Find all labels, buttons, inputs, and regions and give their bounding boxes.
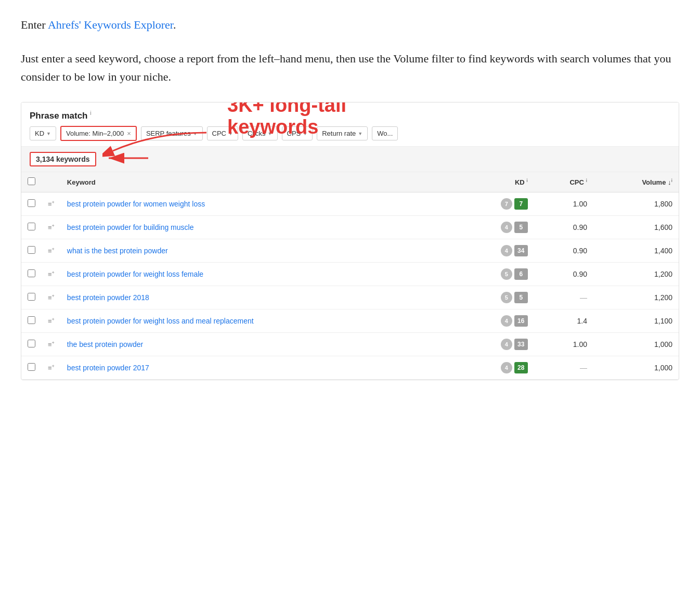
kd-badge: 34 bbox=[514, 245, 528, 256]
table-body: ≡+best protein powder for women weight l… bbox=[21, 192, 679, 380]
row-menu-icon[interactable]: ≡+ bbox=[48, 247, 55, 255]
keyword-link[interactable]: best protein powder for building muscle bbox=[67, 223, 194, 231]
volume-value: 1,000 bbox=[593, 333, 679, 356]
table-row: ≡+best protein powder for weight loss fe… bbox=[21, 263, 679, 286]
volume-value: 1,800 bbox=[593, 192, 679, 216]
select-all-checkbox[interactable] bbox=[28, 177, 35, 185]
cpc-value: 0.90 bbox=[534, 239, 593, 263]
keyword-link[interactable]: best protein powder for weight loss and … bbox=[67, 317, 254, 325]
row-checkbox[interactable] bbox=[28, 246, 35, 254]
table-row: ≡+best protein powder for building muscl… bbox=[21, 216, 679, 239]
keywords-table: Keyword KD i CPC i Volume ↓i ≡+best prot… bbox=[21, 172, 679, 380]
volume-value: 1,400 bbox=[593, 239, 679, 263]
kd-circle: 5 bbox=[501, 268, 512, 280]
header-spacer bbox=[364, 172, 456, 192]
row-menu-icon[interactable]: ≡+ bbox=[48, 340, 55, 348]
table-row: ≡+what is the best protein powder4 340.9… bbox=[21, 239, 679, 263]
kd-circle: 4 bbox=[501, 315, 512, 327]
row-checkbox[interactable] bbox=[28, 293, 35, 301]
keywords-table-wrapper: Keyword KD i CPC i Volume ↓i ≡+best prot… bbox=[21, 172, 679, 380]
header-icon-col bbox=[42, 172, 61, 192]
keyword-link[interactable]: best protein powder 2018 bbox=[67, 293, 149, 302]
volume-value: 1,200 bbox=[593, 286, 679, 309]
volume-value: 1,200 bbox=[593, 263, 679, 286]
keyword-link[interactable]: best protein powder for weight loss fema… bbox=[67, 270, 203, 278]
cpc-value: 1.00 bbox=[534, 192, 593, 216]
table-row: ≡+the best protein powder4 331.001,000 bbox=[21, 333, 679, 356]
word-filter-btn[interactable]: Wo... bbox=[372, 126, 398, 140]
row-checkbox[interactable] bbox=[28, 223, 35, 230]
keyword-link[interactable]: what is the best protein powder bbox=[67, 247, 168, 255]
kd-badge: 6 bbox=[514, 268, 528, 280]
ahrefs-link[interactable]: Ahrefs' Keywords Explorer bbox=[48, 18, 173, 31]
serp-features-btn[interactable]: SERP features ▼ bbox=[141, 126, 203, 140]
row-checkbox[interactable] bbox=[28, 316, 35, 324]
cpc-value: 0.90 bbox=[534, 263, 593, 286]
table-row: ≡+best protein powder 20174 28—1,000 bbox=[21, 356, 679, 380]
kd-badge: 5 bbox=[514, 292, 528, 303]
cps-filter-btn[interactable]: CPS ▼ bbox=[282, 126, 313, 140]
clicks-arrow-icon: ▼ bbox=[268, 131, 273, 136]
volume-value: 1,100 bbox=[593, 309, 679, 333]
intro-paragraph-2: Just enter a seed keyword, choose a repo… bbox=[21, 49, 679, 86]
volume-close-icon[interactable]: × bbox=[127, 130, 131, 137]
kd-circle: 7 bbox=[501, 198, 512, 210]
volume-value: 1,000 bbox=[593, 356, 679, 380]
header-volume: Volume ↓i bbox=[593, 172, 679, 192]
intro-paragraph-1: Enter Ahrefs' Keywords Explorer. bbox=[21, 16, 679, 34]
results-count: 3,134 keywords bbox=[30, 152, 96, 166]
kd-circle: 4 bbox=[501, 362, 512, 373]
filter-row: KD ▼ Volume: Min–2,000 × SERP features ▼… bbox=[30, 126, 670, 141]
results-arrow bbox=[102, 150, 149, 168]
kd-circle: 4 bbox=[501, 339, 512, 350]
row-checkbox[interactable] bbox=[28, 269, 35, 277]
header-checkbox bbox=[21, 172, 42, 192]
header-keyword: Keyword bbox=[61, 172, 364, 192]
serp-arrow-icon: ▼ bbox=[193, 131, 198, 136]
row-menu-icon[interactable]: ≡+ bbox=[48, 293, 55, 302]
cpc-value: 0.90 bbox=[534, 216, 593, 239]
row-menu-icon[interactable]: ≡+ bbox=[48, 270, 55, 278]
cps-arrow-icon: ▼ bbox=[303, 131, 307, 136]
volume-filter: Volume: Min–2,000 × bbox=[60, 126, 137, 141]
row-menu-icon[interactable]: ≡+ bbox=[48, 364, 55, 372]
row-menu-icon[interactable]: ≡+ bbox=[48, 223, 55, 231]
kd-filter-btn[interactable]: KD ▼ bbox=[30, 126, 56, 140]
kd-badge: 16 bbox=[514, 315, 528, 327]
keyword-link[interactable]: best protein powder 2017 bbox=[67, 364, 149, 372]
cpc-filter-btn[interactable]: CPC ▼ bbox=[207, 126, 238, 140]
return-rate-arrow-icon: ▼ bbox=[358, 131, 362, 136]
kd-circle: 4 bbox=[501, 245, 512, 256]
kd-circle: 5 bbox=[501, 292, 512, 303]
widget-header: Phrase match i 3K+ long-tail keywords bbox=[21, 102, 679, 147]
kd-badge: 28 bbox=[514, 362, 528, 373]
row-checkbox[interactable] bbox=[28, 199, 35, 207]
row-menu-icon[interactable]: ≡+ bbox=[48, 200, 55, 208]
return-rate-filter-btn[interactable]: Return rate ▼ bbox=[317, 126, 368, 140]
kd-badge: 5 bbox=[514, 222, 528, 233]
kd-arrow-icon: ▼ bbox=[46, 131, 51, 136]
results-bar: 3,134 keywords bbox=[21, 147, 679, 172]
keyword-link[interactable]: best protein powder for women weight los… bbox=[67, 200, 205, 208]
table-header-row: Keyword KD i CPC i Volume ↓i bbox=[21, 172, 679, 192]
volume-value: 1,600 bbox=[593, 216, 679, 239]
cpc-value: — bbox=[534, 286, 593, 309]
keyword-link[interactable]: the best protein powder bbox=[67, 340, 143, 348]
row-menu-icon[interactable]: ≡+ bbox=[48, 317, 55, 325]
kd-circle: 4 bbox=[501, 222, 512, 233]
header-cpc: CPC i bbox=[534, 172, 593, 192]
row-checkbox[interactable] bbox=[28, 340, 35, 347]
kd-badge: 7 bbox=[514, 198, 528, 210]
cpc-value: 1.4 bbox=[534, 309, 593, 333]
cpc-arrow-icon: ▼ bbox=[228, 131, 233, 136]
cpc-value: 1.00 bbox=[534, 333, 593, 356]
phrase-match-widget: Phrase match i 3K+ long-tail keywords bbox=[21, 102, 679, 381]
table-row: ≡+best protein powder for weight loss an… bbox=[21, 309, 679, 333]
kd-badge: 33 bbox=[514, 339, 528, 350]
widget-title: Phrase match i bbox=[30, 110, 670, 121]
cpc-value: — bbox=[534, 356, 593, 380]
row-checkbox[interactable] bbox=[28, 363, 35, 371]
clicks-filter-btn[interactable]: Clicks ▼ bbox=[242, 126, 278, 140]
intro-text-before-link: Enter bbox=[21, 18, 48, 31]
intro-text-after-link: . bbox=[173, 18, 176, 31]
